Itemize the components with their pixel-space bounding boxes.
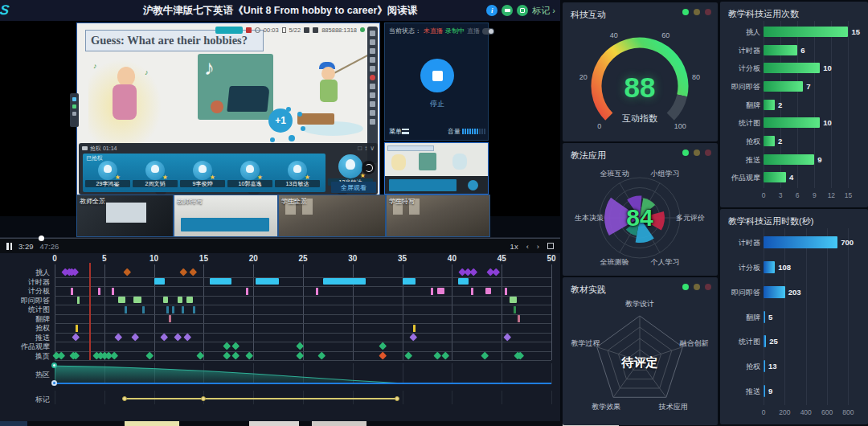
timeline-event-tick[interactable] <box>166 306 169 313</box>
timeline-event-diamond[interactable] <box>180 268 187 276</box>
picker-student-card[interactable]: ★2周文韬 <box>133 161 178 187</box>
timeline-event-diamond[interactable] <box>115 333 122 340</box>
timeline-event-tick[interactable] <box>77 297 80 304</box>
timeline-event-diamond[interactable] <box>72 333 79 340</box>
filmstrip-thumbnail[interactable] <box>249 421 299 426</box>
timeline-event-diamond[interactable] <box>433 351 440 358</box>
info-icon[interactable]: i <box>486 5 497 16</box>
timeline-event-bar[interactable] <box>154 278 166 285</box>
picker-student-card[interactable]: ★29李鸿鉴 <box>85 161 130 187</box>
timeline-event-tick[interactable] <box>182 306 184 313</box>
status-dot[interactable] <box>705 9 711 15</box>
mark-point[interactable] <box>395 396 399 401</box>
timeline-event-bar[interactable] <box>403 278 416 285</box>
timeline-event-bar[interactable] <box>485 288 490 294</box>
filmstrip-thumbnail[interactable] <box>312 421 366 426</box>
timeline-event-tick[interactable] <box>125 306 127 313</box>
timeline-event-diamond[interactable] <box>223 342 230 350</box>
fullscreen-watch-button[interactable]: 全屏观看 <box>331 182 376 193</box>
live-toggle[interactable] <box>482 28 494 35</box>
timeline-event-diamond[interactable] <box>404 351 411 358</box>
filmstrip-thumbnail[interactable] <box>0 421 27 426</box>
timeline-event-bar[interactable] <box>133 297 141 303</box>
camera-thumb-1[interactable]: 教师特写 <box>174 195 278 237</box>
timeline-event-diamond[interactable] <box>379 342 386 350</box>
timeline-event-tick[interactable] <box>471 288 473 295</box>
timeline-event-tick[interactable] <box>518 315 520 322</box>
timeline-event-diamond[interactable] <box>481 351 489 358</box>
timeline-event-diamond[interactable] <box>124 268 131 276</box>
timeline-event-bar[interactable] <box>256 278 280 285</box>
timeline-event-diamond[interactable] <box>441 351 448 358</box>
seek-bar[interactable] <box>0 238 560 239</box>
timeline-event-tick[interactable] <box>431 288 433 295</box>
timeline-event-bar[interactable] <box>510 297 517 303</box>
timeline-event-tick[interactable] <box>316 288 318 295</box>
mark-point[interactable] <box>122 396 127 401</box>
timeline-event-diamond[interactable] <box>246 351 253 358</box>
timeline-event-bar[interactable] <box>437 288 444 294</box>
timeline-event-tick[interactable] <box>112 288 114 295</box>
record-icon[interactable] <box>517 5 528 16</box>
speed-button[interactable]: 1x <box>510 242 518 251</box>
timeline-event-diamond[interactable] <box>57 351 64 358</box>
hotzone-legend-dot-bottom[interactable] <box>51 380 57 386</box>
timeline-event-tick[interactable] <box>71 288 73 295</box>
timeline-event-diamond[interactable] <box>189 268 196 276</box>
timeline-event-tick[interactable] <box>505 288 507 295</box>
timeline-event-diamond[interactable] <box>492 268 499 276</box>
timeline-event-tick[interactable] <box>169 315 171 322</box>
timeline-event-bar[interactable] <box>458 278 469 285</box>
status-dot[interactable] <box>694 9 700 15</box>
timeline-event-diamond[interactable] <box>111 351 118 358</box>
picker-student-card[interactable]: ★13肖敏达 <box>275 161 320 187</box>
timeline-event-diamond[interactable] <box>470 268 477 276</box>
timeline-event-diamond[interactable] <box>231 342 239 350</box>
mark-button[interactable]: 标记 › <box>532 5 555 17</box>
timeline-event-diamond[interactable] <box>174 333 182 340</box>
timeline-event-bar[interactable] <box>186 297 192 303</box>
timeline-event-diamond[interactable] <box>223 351 230 358</box>
timeline-event-bar[interactable] <box>178 297 182 303</box>
status-dot[interactable] <box>682 284 689 290</box>
status-dot[interactable] <box>682 9 689 15</box>
filmstrip-thumbnail[interactable] <box>125 421 179 426</box>
timeline-event-diamond[interactable] <box>184 333 191 340</box>
timeline-event-diamond[interactable] <box>504 333 511 340</box>
pause-button[interactable] <box>6 243 12 250</box>
next-button[interactable]: › <box>537 242 539 251</box>
camera-thumb-3[interactable]: 学生特写 <box>386 195 490 237</box>
playhead[interactable] <box>89 263 91 360</box>
stop-button[interactable] <box>420 59 454 92</box>
hotzone-legend-dot-top[interactable] <box>51 363 57 368</box>
timeline-event-bar[interactable] <box>323 278 366 285</box>
camera-thumb-0[interactable]: 教师全景 <box>76 195 174 237</box>
timeline-event-diamond[interactable] <box>410 333 417 340</box>
timeline-event-bar[interactable] <box>210 278 231 285</box>
timeline-event-diamond[interactable] <box>160 333 167 340</box>
timeline-event-tick[interactable] <box>246 288 248 295</box>
timeline-event-diamond[interactable] <box>132 333 139 340</box>
timeline-event-bar[interactable] <box>118 297 125 303</box>
fullscreen-icon[interactable] <box>547 243 554 249</box>
volume-control[interactable]: 音量 <box>448 127 485 136</box>
timeline-event-diamond[interactable] <box>318 351 326 358</box>
timeline-event-tick[interactable] <box>76 325 78 332</box>
status-dot[interactable] <box>705 284 711 290</box>
timeline-event-tick[interactable] <box>514 306 516 313</box>
mark-point[interactable] <box>201 396 206 401</box>
picker-student-card[interactable]: ★10郭嘉逸 <box>227 161 272 187</box>
prev-button[interactable]: ‹ <box>526 242 529 251</box>
timeline-event-bar[interactable] <box>163 297 168 303</box>
menu-button[interactable]: 菜单 <box>389 127 409 136</box>
status-dot[interactable] <box>682 150 689 156</box>
status-dot[interactable] <box>694 150 700 156</box>
timeline-event-tick[interactable] <box>193 306 195 313</box>
timeline-event-tick[interactable] <box>142 306 145 313</box>
timeline-event-diamond[interactable] <box>146 351 154 358</box>
timeline-event-diamond[interactable] <box>231 351 239 358</box>
picker-student-card[interactable]: ★9李俊烨 <box>180 161 225 187</box>
timeline-event-tick[interactable] <box>172 306 174 313</box>
camera-thumb-2[interactable]: 学生全景 <box>278 195 386 237</box>
timeline-event-diamond[interactable] <box>379 351 386 358</box>
